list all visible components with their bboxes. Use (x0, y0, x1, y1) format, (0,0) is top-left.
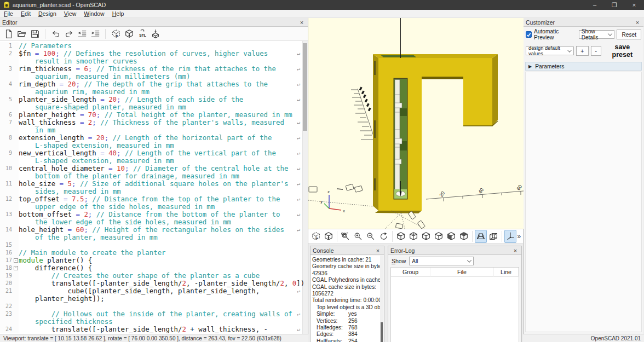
column-header-group[interactable]: Group (391, 268, 430, 277)
code-line[interactable]: 6planter_height = 70; // Total height of… (0, 111, 308, 119)
maximize-button[interactable]: ❐ (605, 0, 624, 10)
redo-button[interactable] (62, 27, 76, 40)
zoom-in-button[interactable] (352, 230, 364, 243)
export-stl-button[interactable]: STL (136, 27, 149, 40)
show-axes-button[interactable] (504, 230, 516, 243)
render-button[interactable] (123, 27, 136, 40)
orthogonal-button[interactable] (487, 230, 499, 243)
code-line[interactable]: 8extension_length = 20; // Length of the… (0, 134, 308, 142)
menu-file[interactable]: File (0, 10, 17, 18)
code-line[interactable]: planter_height]); (0, 295, 308, 303)
viewport-3d[interactable]: 20 40 60 (308, 18, 523, 229)
unindent-button[interactable] (76, 27, 89, 40)
zoom-all-button[interactable] (340, 230, 352, 243)
view-bottom-button[interactable] (420, 230, 432, 243)
code-area[interactable]: 1// Parameters2$fn = 100; // Defines the… (0, 41, 308, 334)
undo-button[interactable] (49, 27, 62, 40)
code-line[interactable]: 3rim_thickness = 6; // Thickness of the … (0, 65, 308, 73)
toolbar-overflow-icon[interactable]: » (517, 233, 521, 240)
save-preset-button[interactable]: save preset (603, 43, 641, 59)
code-line[interactable]: 12top_offset = 7.5; // Distance from the… (0, 195, 308, 203)
code-line[interactable]: aquarium rim, measured in mm (0, 88, 308, 96)
customizer-close-icon[interactable]: × (634, 19, 641, 26)
fold-marker[interactable]: - (14, 266, 18, 270)
view-front-button[interactable] (445, 230, 457, 243)
code-line[interactable]: 4rim_depth = 20; // The depth of the gri… (0, 80, 308, 88)
code-line[interactable]: 10central_hole_diameter = 10; // Diamete… (0, 165, 308, 172)
code-line[interactable]: 5planter_side_length = 20; // Length of … (0, 96, 308, 103)
menu-window[interactable]: Window (80, 10, 108, 18)
view-left-button[interactable] (433, 230, 445, 243)
view-top-button[interactable] (407, 230, 419, 243)
error-filter-dropdown[interactable]: All (409, 257, 474, 265)
column-header-line[interactable]: Line (494, 268, 519, 277)
code-line[interactable]: upper edge of the side holes, measured i… (0, 203, 308, 211)
remove-preset-button[interactable]: - (591, 46, 601, 56)
code-line[interactable]: 1// Parameters (0, 42, 308, 50)
new-file-button[interactable] (2, 27, 15, 40)
automatic-preview-checkbox[interactable] (526, 31, 532, 38)
code-line[interactable]: 22 (0, 303, 308, 310)
parameters-section-header[interactable]: ▶ Parameters (525, 62, 642, 71)
menu-help[interactable]: Help (108, 10, 128, 18)
code-line[interactable]: sides, measured in mm (0, 188, 308, 195)
code-line[interactable]: 13bottom_offset = 2; // Distance from th… (0, 211, 308, 218)
code-line[interactable]: 24 translate([-planter_side_length/2 + w… (0, 326, 308, 333)
code-line[interactable]: 23 // Hollows out the inside of the plan… (0, 310, 308, 318)
code-line[interactable]: aquarium, measured in millimeters (mm) (0, 73, 308, 80)
perspective-button[interactable] (475, 230, 487, 243)
code-token: // The depth of the grip that attaches t… (80, 80, 268, 88)
code-line[interactable]: of the planter, measured in mm (0, 234, 308, 241)
code-line[interactable]: L-shaped extension, measured in mm (0, 142, 308, 149)
wrap-indicator-icon: ↵ (297, 211, 300, 218)
render-button[interactable] (323, 230, 335, 243)
code-line[interactable]: 9new_vertical_length = 40; // Length of … (0, 149, 308, 157)
add-preset-button[interactable]: + (576, 46, 589, 56)
code-line[interactable]: 20 translate([-planter_side_length/2, -p… (0, 280, 308, 287)
open-file-button[interactable] (15, 27, 28, 40)
reset-button[interactable]: Reset (617, 30, 641, 39)
code-line[interactable]: specified thickness (0, 318, 308, 326)
zoom-out-button[interactable] (365, 230, 377, 243)
close-button[interactable]: × (624, 0, 644, 10)
code-line[interactable]: L-shaped extension, measured in mm (0, 157, 308, 165)
error-log-close-icon[interactable]: × (511, 247, 519, 254)
reset-view-button[interactable] (378, 230, 390, 243)
preview-button[interactable]: » (310, 230, 322, 243)
console-output[interactable]: Geometries in cache: 21Geometry cache si… (311, 256, 383, 342)
code-line[interactable]: the lower edge of the side holes, measur… (0, 218, 308, 226)
code-line[interactable]: 11hole_size = 5; // Size of additional s… (0, 180, 308, 188)
code-line[interactable]: 2$fn = 100; // Defines the resolution of… (0, 50, 308, 57)
print-3d-button[interactable] (149, 27, 162, 40)
code-line[interactable]: square-shaped planter, measured in mm (0, 103, 308, 111)
code-line[interactable]: 21 cube([planter_side_length, planter_si… (0, 287, 308, 295)
view-back-button[interactable] (458, 230, 470, 243)
code-line[interactable]: 15 (0, 241, 308, 249)
wrap-indicator-icon: ↵ (297, 310, 300, 318)
code-line[interactable]: 19 // Creates the outer shape of the pla… (0, 272, 308, 280)
code-line[interactable]: in mm (0, 126, 308, 134)
minimize-button[interactable]: – (585, 0, 605, 10)
indent-button[interactable] (89, 27, 102, 40)
preview-button[interactable]: » (110, 27, 123, 40)
code-line[interactable]: 16// Main module to create the planter (0, 249, 308, 257)
preset-dropdown[interactable]: design default values (526, 47, 574, 55)
menu-design[interactable]: Design (34, 10, 60, 18)
show-details-dropdown[interactable]: Show Details (579, 30, 615, 39)
code-line[interactable]: 14hole_height = 60; // Height of the rec… (0, 226, 308, 234)
console-scrollbar-thumb[interactable] (381, 322, 383, 342)
console-close-icon[interactable]: × (374, 247, 382, 254)
save-file-button[interactable] (28, 27, 42, 40)
editor-close-icon[interactable]: × (298, 19, 306, 26)
view-right-button[interactable] (395, 230, 407, 243)
code-line[interactable]: 7wall_thickness = 2; // Thickness of the… (0, 119, 308, 126)
menu-edit[interactable]: Edit (17, 10, 34, 18)
console-scrollbar[interactable] (380, 256, 383, 342)
code-line[interactable]: 17-module planter() { (0, 257, 308, 264)
code-line[interactable]: bottom of the planter for drainage, meas… (0, 172, 308, 180)
code-line[interactable]: 18- difference() { (0, 264, 308, 272)
menu-view[interactable]: View (60, 10, 81, 18)
code-line[interactable]: result in smoother curves (0, 57, 308, 65)
fold-marker[interactable]: - (14, 258, 18, 263)
column-header-file[interactable]: File (430, 268, 494, 277)
